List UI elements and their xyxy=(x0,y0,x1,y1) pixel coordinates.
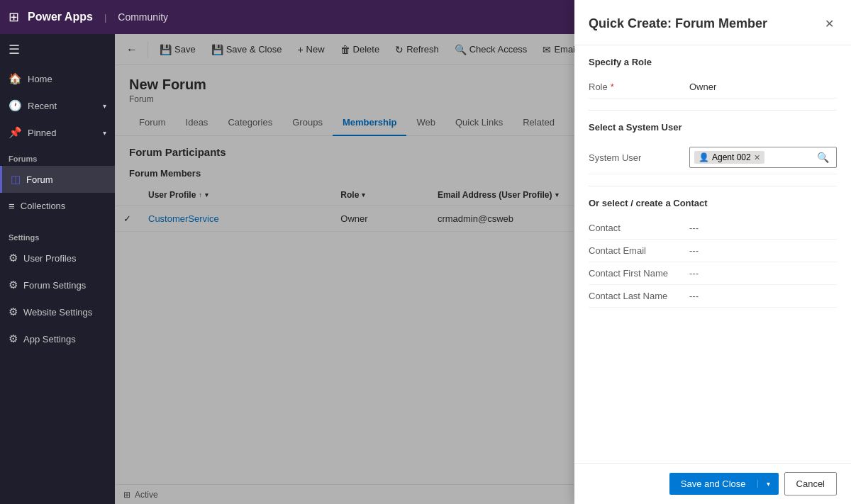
recent-arrow: ▾ xyxy=(103,102,106,110)
qc-title: Quick Create: Forum Member xyxy=(589,16,767,31)
grid-icon[interactable]: ⊞ xyxy=(9,9,19,25)
sidebar-item-pinned-label: Pinned xyxy=(28,128,56,138)
select-system-user-section: Select a System User xyxy=(589,122,837,133)
sidebar: ☰ 🏠 Home 🕐 Recent ▾ 📌 Pinned ▾ Forums ◫ … xyxy=(0,34,115,504)
user-profiles-icon: ⚙ xyxy=(9,252,18,264)
sidebar-item-user-profiles-label: User Profiles xyxy=(23,253,76,264)
contact-firstname-value[interactable]: --- xyxy=(689,268,837,279)
save-and-close-button[interactable]: Save and Close xyxy=(669,473,757,495)
app-name: Power Apps xyxy=(28,11,93,23)
sidebar-item-home[interactable]: 🏠 Home xyxy=(0,65,115,92)
qc-header: Quick Create: Forum Member ✕ xyxy=(574,0,851,45)
dropdown-arrow-icon: ▾ xyxy=(767,480,770,488)
search-icon: 🔍 xyxy=(817,152,829,163)
specify-role-section: Specify a Role xyxy=(589,57,837,67)
sidebar-item-forum[interactable]: ◫ Forum xyxy=(0,166,115,193)
contact-firstname-field-row: Contact First Name --- xyxy=(589,262,837,285)
sidebar-item-website-settings[interactable]: ⚙ Website Settings xyxy=(0,298,115,325)
role-field-row: Role * Owner xyxy=(589,76,837,99)
sidebar-item-collections[interactable]: ≡ Collections xyxy=(0,193,115,219)
sidebar-item-recent[interactable]: 🕐 Recent ▾ xyxy=(0,92,115,119)
app-settings-icon: ⚙ xyxy=(9,332,18,345)
user-tag-remove-button[interactable]: ✕ xyxy=(754,153,760,162)
save-and-close-button-group: Save and Close ▾ xyxy=(669,473,779,495)
system-user-label: System User xyxy=(589,152,681,163)
sidebar-item-app-settings-label: App Settings xyxy=(23,334,76,345)
pinned-arrow: ▾ xyxy=(103,129,106,137)
user-tag: 👤 Agent 002 ✕ xyxy=(694,151,764,164)
contact-firstname-label: Contact First Name xyxy=(589,268,681,279)
sidebar-item-home-label: Home xyxy=(28,74,52,84)
topbar-environment: Community xyxy=(118,11,168,23)
or-contact-section: Or select / create a Contact xyxy=(589,198,837,208)
forums-section-label: Forums xyxy=(0,146,115,166)
pin-icon: 📌 xyxy=(9,126,22,139)
system-user-search-button[interactable]: 🔍 xyxy=(814,150,832,164)
contact-lastname-field-row: Contact Last Name --- xyxy=(589,285,837,308)
qc-divider-1 xyxy=(589,110,837,111)
sidebar-item-recent-label: Recent xyxy=(28,101,57,111)
qc-footer: Save and Close ▾ Cancel xyxy=(574,463,851,504)
topbar-separator: | xyxy=(104,12,106,23)
contact-field-row: Contact --- xyxy=(589,217,837,240)
contact-value[interactable]: --- xyxy=(689,223,837,233)
save-and-close-dropdown-button[interactable]: ▾ xyxy=(757,480,779,488)
sidebar-item-website-settings-label: Website Settings xyxy=(23,307,92,318)
sidebar-item-pinned[interactable]: 📌 Pinned ▾ xyxy=(0,119,115,146)
contact-label: Contact xyxy=(589,223,681,233)
contact-lastname-label: Contact Last Name xyxy=(589,291,681,301)
required-star: * xyxy=(611,82,614,92)
contact-email-value[interactable]: --- xyxy=(689,245,837,256)
sidebar-item-user-profiles[interactable]: ⚙ User Profiles xyxy=(0,245,115,271)
system-user-field-row: System User 👤 Agent 002 ✕ 🔍 xyxy=(589,141,837,174)
forum-icon: ◫ xyxy=(11,173,21,186)
sidebar-item-collections-label: Collections xyxy=(21,201,66,211)
role-value[interactable]: Owner xyxy=(689,82,837,92)
sidebar-item-app-settings[interactable]: ⚙ App Settings xyxy=(0,325,115,352)
sidebar-item-forum-label: Forum xyxy=(26,174,53,185)
qc-close-icon: ✕ xyxy=(825,18,834,30)
home-icon: 🏠 xyxy=(9,72,22,85)
recent-icon: 🕐 xyxy=(9,99,22,112)
website-settings-icon: ⚙ xyxy=(9,306,18,318)
contact-lastname-value[interactable]: --- xyxy=(689,291,837,301)
user-tag-value: Agent 002 xyxy=(712,152,751,162)
contact-email-field-row: Contact Email --- xyxy=(589,240,837,262)
sidebar-item-forum-settings-label: Forum Settings xyxy=(23,280,86,291)
user-tag-icon: 👤 xyxy=(699,152,709,162)
qc-body: Specify a Role Role * Owner Select a Sys… xyxy=(574,45,851,463)
role-label: Role * xyxy=(589,82,681,92)
qc-close-button[interactable]: ✕ xyxy=(822,14,837,33)
sidebar-item-forum-settings[interactable]: ⚙ Forum Settings xyxy=(0,271,115,298)
collections-icon: ≡ xyxy=(9,200,15,212)
system-user-input[interactable]: 👤 Agent 002 ✕ 🔍 xyxy=(689,147,837,168)
sidebar-toggle[interactable]: ☰ xyxy=(0,34,115,65)
quick-create-panel: Quick Create: Forum Member ✕ Specify a R… xyxy=(574,0,851,504)
contact-email-label: Contact Email xyxy=(589,245,681,256)
forum-settings-icon: ⚙ xyxy=(9,279,18,291)
cancel-button[interactable]: Cancel xyxy=(784,472,837,495)
settings-section-label: Settings xyxy=(0,225,115,245)
qc-divider-2 xyxy=(589,186,837,186)
